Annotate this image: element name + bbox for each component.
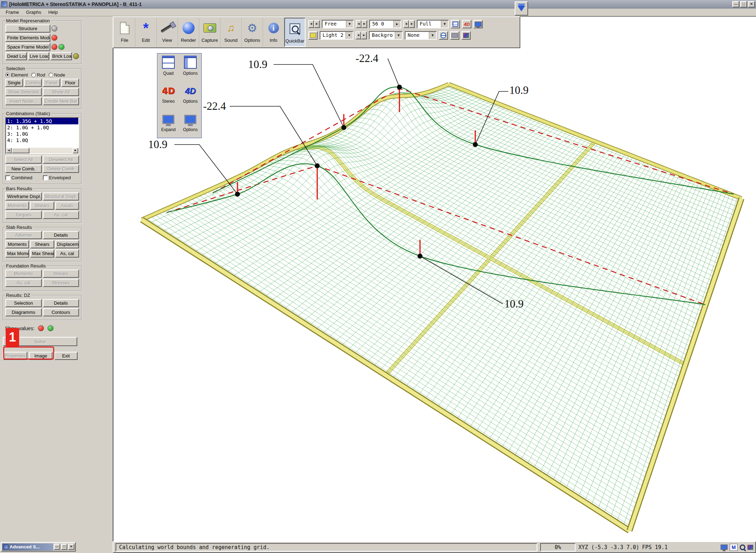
foundation-as-cal-button[interactable]: As, cal — [5, 279, 42, 287]
scroll-right-icon[interactable]: ► — [73, 148, 78, 153]
quickbar-button[interactable]: QuickBar — [284, 18, 306, 47]
background-combo[interactable]: Backgro ▼ — [369, 31, 403, 40]
max-shears-button[interactable]: Max Shears — [30, 249, 54, 258]
adverse-button[interactable]: Adverse — [5, 231, 42, 239]
3d-viewport[interactable] — [113, 16, 756, 541]
spin-left-icon[interactable]: ◄ — [355, 32, 361, 39]
display-icon[interactable] — [721, 544, 728, 550]
combinations-list[interactable]: 1: 1.35G + 1.5Q 2: 1.0G + 1.0Q 3: 1.0G 4… — [5, 117, 79, 154]
select-all-button[interactable]: Select All — [5, 156, 42, 164]
structure-button[interactable]: Structure — [5, 24, 50, 33]
title-bar[interactable]: [HoloMETRICA + StereoSTATIKA + PANOPLIA]… — [0, 0, 756, 9]
detail-spinner[interactable]: ◄ ► — [403, 20, 415, 28]
spin-left-icon[interactable]: ◄ — [308, 20, 314, 28]
detail-combo[interactable]: Full ▼ — [417, 20, 449, 28]
radio-rod[interactable] — [31, 73, 36, 77]
options-button[interactable]: ⚙ Options — [242, 18, 263, 47]
space-frame-button[interactable]: Space Frame Model — [5, 43, 50, 51]
play-icon[interactable]: ► — [393, 21, 401, 28]
delete-comb-button[interactable]: Delete Comb — [43, 165, 79, 173]
spin-right-icon[interactable]: ► — [314, 20, 320, 28]
deselect-all-button[interactable]: Deselect All — [43, 156, 79, 164]
mini-restore-button[interactable]: □ — [61, 544, 67, 550]
floor-button[interactable]: Floor — [61, 79, 79, 87]
chevron-down-icon[interactable]: ▼ — [395, 32, 402, 39]
expand-options-tool[interactable]: Options — [179, 110, 201, 138]
view-mode-combo[interactable]: Free ▼ — [322, 20, 354, 28]
live-loads-button[interactable]: Live Loads — [28, 52, 50, 60]
bars-as-cal-button[interactable]: As, cal — [43, 211, 79, 219]
menu-frame[interactable]: Frame — [3, 9, 22, 16]
view-mode-spinner[interactable]: ◄ ► — [308, 20, 320, 28]
spin-left-icon[interactable]: ◄ — [403, 20, 409, 28]
brick-loads-button[interactable]: Brick Loads — [50, 52, 72, 60]
panel-button[interactable]: Panel — [43, 79, 61, 87]
show-all-button[interactable]: Show All — [43, 88, 79, 96]
show-values-red-indicator[interactable] — [38, 325, 44, 331]
dz-details-button[interactable]: Details — [43, 299, 79, 307]
file-button[interactable]: File — [114, 18, 135, 47]
max-moments-button[interactable]: Max Moments — [5, 249, 29, 258]
list-item[interactable]: 3: 1.0G — [6, 131, 78, 137]
exit-button[interactable]: Exit — [54, 352, 78, 360]
mini-close-button[interactable]: ✕ — [68, 544, 74, 550]
slab-as-cal-button[interactable]: As, cal — [55, 249, 79, 258]
maximize-button[interactable]: □ — [740, 1, 747, 7]
quad-options-tool[interactable]: Options — [179, 53, 201, 81]
combined-checkbox[interactable] — [5, 175, 10, 180]
overlay-combo[interactable]: None ▼ — [405, 31, 437, 40]
selection-button[interactable]: Selection — [5, 299, 42, 307]
show-values-green-indicator[interactable] — [47, 325, 54, 331]
wireframe-displ-button[interactable]: Wireframe Displ. — [5, 192, 42, 201]
collapse-toolbar-button[interactable] — [515, 1, 528, 16]
paint-button[interactable] — [461, 31, 471, 40]
scroll-thumb[interactable] — [12, 148, 29, 153]
bars-shears-button[interactable]: Shears — [30, 202, 54, 210]
bars-moments-button[interactable]: Moments — [5, 202, 29, 210]
globe-button[interactable] — [439, 31, 448, 40]
scroll-left-icon[interactable]: ◄ — [6, 148, 12, 153]
monitor-toggle-button[interactable] — [474, 20, 483, 28]
list-item[interactable]: 4: 1.0Q — [6, 137, 78, 143]
create-new-bar-button[interactable]: Create New Bar — [43, 97, 79, 105]
background-spinner[interactable]: ◄ ► — [355, 32, 367, 39]
mini-minimize-button[interactable]: — — [54, 544, 60, 550]
dead-loads-button[interactable]: Dead Loads — [5, 52, 27, 60]
list-item[interactable]: 1: 1.35G + 1.5Q — [6, 118, 78, 124]
chevron-down-icon[interactable]: ▼ — [429, 32, 436, 39]
4d-toggle-button[interactable]: 4D — [462, 20, 471, 28]
radio-node[interactable] — [49, 73, 53, 77]
info-button[interactable]: i Info — [263, 18, 284, 47]
foundation-moments-button[interactable]: Moments — [5, 270, 42, 278]
continuous-button[interactable]: Continuous — [24, 79, 42, 87]
spin-left-icon[interactable]: ◄ — [356, 20, 362, 28]
frame-value-field[interactable]: 56 0 ► — [369, 20, 401, 28]
torques-button[interactable]: Torques — [5, 211, 42, 219]
show-selected-button[interactable]: Show Selected — [5, 88, 42, 96]
enveloped-checkbox[interactable] — [43, 175, 48, 180]
close-button[interactable]: ✕ — [748, 1, 755, 7]
light-color-button[interactable] — [308, 31, 318, 40]
diagramms-button[interactable]: Diagramms — [5, 308, 42, 316]
new-comb-button[interactable]: New Comb. — [5, 165, 42, 173]
slab-moments-button[interactable]: Moments — [5, 240, 29, 248]
chevron-down-icon[interactable]: ▼ — [441, 21, 448, 28]
menu-help[interactable]: Help — [45, 9, 61, 16]
list-item[interactable]: 2: 1.0G + 1.0Q — [6, 124, 78, 131]
sound-button[interactable]: ♫ Sound — [220, 18, 242, 47]
expand-tool[interactable]: Expand — [157, 110, 179, 138]
displacements-button[interactable]: Displacements — [55, 240, 79, 248]
horizontal-scrollbar[interactable]: ◄ ► — [6, 148, 78, 153]
structural-displ-button[interactable]: Structural Displ. — [43, 192, 79, 201]
view-button[interactable]: View — [157, 18, 178, 47]
chevron-down-icon[interactable]: ▼ — [346, 32, 353, 39]
quad-tool[interactable]: Quad — [157, 53, 179, 81]
snapshot-button[interactable] — [450, 31, 459, 40]
paint-icon[interactable] — [747, 545, 753, 550]
light-combo[interactable]: Light 2 ▼ — [320, 31, 353, 40]
radio-element[interactable] — [5, 73, 10, 77]
foundation-shears-button[interactable]: Shears — [43, 270, 79, 278]
stereo-tool[interactable]: 4D Stereo — [157, 81, 179, 109]
spin-right-icon[interactable]: ► — [362, 20, 367, 28]
grid-toggle-button[interactable] — [451, 20, 460, 28]
